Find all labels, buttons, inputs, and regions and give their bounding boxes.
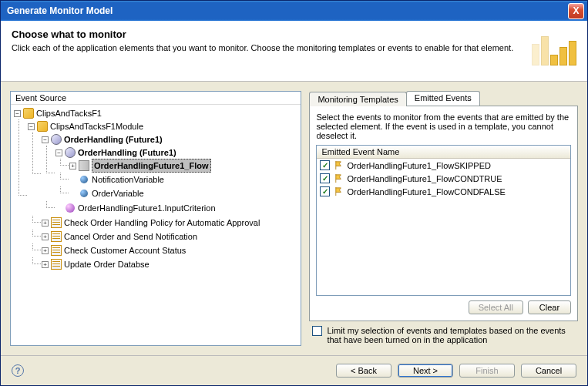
event-row[interactable]: ✓ OrderHandlingFuture1_FlowSKIPPED — [317, 159, 570, 172]
flag-icon — [333, 160, 344, 171]
tree-node-root[interactable]: − ClipsAndTacksF1 — [14, 107, 299, 119]
tree-node-flow[interactable]: + OrderHandlingFuture1_Flow — [69, 159, 299, 172]
tree-label: OrderHandling (Future1) — [78, 146, 176, 159]
checkbox-checked-icon[interactable]: ✓ — [320, 160, 330, 170]
events-description: Select the events to monitor from the ev… — [316, 112, 571, 140]
expander-minus-icon[interactable]: − — [28, 123, 35, 130]
tree-label: NotificationVariable — [92, 173, 164, 186]
tree-label: ClipsAndTacksF1 — [36, 107, 102, 119]
project-icon — [23, 108, 34, 119]
variable-icon — [80, 190, 88, 197]
event-row[interactable]: ✓ OrderHandlingFuture1_FlowCONDTRUE — [317, 172, 570, 185]
clear-button[interactable]: Clear — [528, 300, 571, 314]
tree-node-order-var[interactable]: OrderVariable — [69, 187, 299, 200]
expander-minus-icon[interactable]: − — [55, 149, 62, 156]
tree-node-module[interactable]: − ClipsAndTacksF1Module — [28, 120, 299, 133]
tree-node-input-criterion[interactable]: OrderHandlingFuture1.InputCriterion — [55, 202, 299, 214]
process-icon — [65, 147, 76, 158]
next-button[interactable]: Next > — [398, 364, 453, 378]
tree-label: ClipsAndTacksF1Module — [50, 120, 143, 133]
limit-label: Limit my selection of events and templat… — [327, 326, 575, 344]
chart-icon — [532, 29, 576, 65]
expander-minus-icon[interactable]: − — [14, 110, 21, 117]
event-source-label: Event Source — [11, 92, 301, 105]
task-icon — [51, 231, 62, 242]
task-icon — [51, 245, 62, 256]
events-table: Emitted Event Name ✓ OrderHandlingFuture… — [316, 145, 571, 296]
page-heading: Choose what to monitor — [12, 29, 526, 40]
event-source-panel: Event Source − ClipsAndTacksF1 − — [10, 91, 301, 346]
expander-plus-icon[interactable]: + — [42, 247, 49, 254]
process-icon — [51, 134, 62, 145]
expander-plus-icon[interactable]: + — [42, 233, 49, 240]
expander-minus-icon[interactable]: − — [42, 136, 49, 143]
flag-icon — [333, 173, 344, 184]
task-icon — [51, 217, 62, 228]
tree-label: Update Order Databse — [64, 258, 150, 270]
tree-label: OrderHandlingFuture1.InputCriterion — [78, 202, 216, 214]
tree-node-task[interactable]: + Check Customer Account Status — [42, 244, 299, 257]
tree-label: Cancel Order and Send Notification — [64, 230, 197, 243]
flag-icon — [333, 186, 344, 197]
event-name: OrderHandlingFuture1_FlowCONDFALSE — [347, 187, 505, 196]
event-row[interactable]: ✓ OrderHandlingFuture1_FlowCONDFALSE — [317, 185, 570, 198]
variable-icon — [80, 176, 88, 183]
events-column-header[interactable]: Emitted Event Name — [317, 146, 570, 159]
tree-node-orderhandling-1[interactable]: − OrderHandling (Future1) — [42, 133, 299, 146]
window-close-button[interactable]: X — [568, 3, 584, 19]
tree-label-selected: OrderHandlingFuture1_Flow — [92, 159, 211, 173]
tree-node-orderhandling-2[interactable]: − OrderHandling (Future1) — [55, 146, 299, 159]
event-name: OrderHandlingFuture1_FlowCONDTRUE — [347, 174, 502, 183]
checkbox-checked-icon[interactable]: ✓ — [320, 173, 330, 183]
select-all-button[interactable]: Select All — [469, 300, 523, 314]
event-name: OrderHandlingFuture1_FlowSKIPPED — [347, 161, 490, 170]
cancel-button[interactable]: Cancel — [521, 364, 576, 378]
page-subtext: Click each of the application elements t… — [12, 43, 526, 52]
tree-node-notification-var[interactable]: NotificationVariable — [69, 173, 299, 186]
tree-node-task[interactable]: + Update Order Databse — [42, 258, 299, 270]
limit-checkbox[interactable]: ✓ — [312, 326, 322, 336]
task-icon — [51, 259, 62, 270]
tab-monitoring-templates[interactable]: Monitoring Templates — [309, 92, 406, 106]
event-source-tree[interactable]: − ClipsAndTacksF1 − ClipsAndTacksF1Modul… — [11, 105, 301, 345]
tree-label: OrderVariable — [92, 187, 144, 200]
window-title: Generate Monitor Model — [7, 5, 568, 16]
tab-emitted-events[interactable]: Emitted Events — [406, 91, 480, 106]
flow-icon — [79, 160, 89, 171]
wizard-header: Choose what to monitor Click each of the… — [1, 21, 587, 82]
help-button[interactable]: ? — [12, 364, 24, 377]
tree-label: Check Customer Account Status — [64, 244, 186, 257]
expander-plus-icon[interactable]: + — [42, 261, 49, 268]
tree-node-task[interactable]: + Cancel Order and Send Notification — [42, 230, 299, 243]
tree-label: OrderHandling (Future1) — [64, 133, 163, 146]
tree-node-task[interactable]: + Check Order Handling Policy for Automa… — [42, 216, 299, 229]
tree-label: Check Order Handling Policy for Automati… — [64, 216, 260, 229]
checkbox-checked-icon[interactable]: ✓ — [320, 186, 330, 196]
criterion-icon — [66, 203, 75, 213]
finish-button[interactable]: Finish — [459, 364, 515, 378]
expander-plus-icon[interactable]: + — [42, 220, 49, 227]
expander-plus-icon[interactable]: + — [69, 163, 76, 170]
module-icon — [37, 121, 48, 132]
back-button[interactable]: < Back — [336, 364, 391, 378]
